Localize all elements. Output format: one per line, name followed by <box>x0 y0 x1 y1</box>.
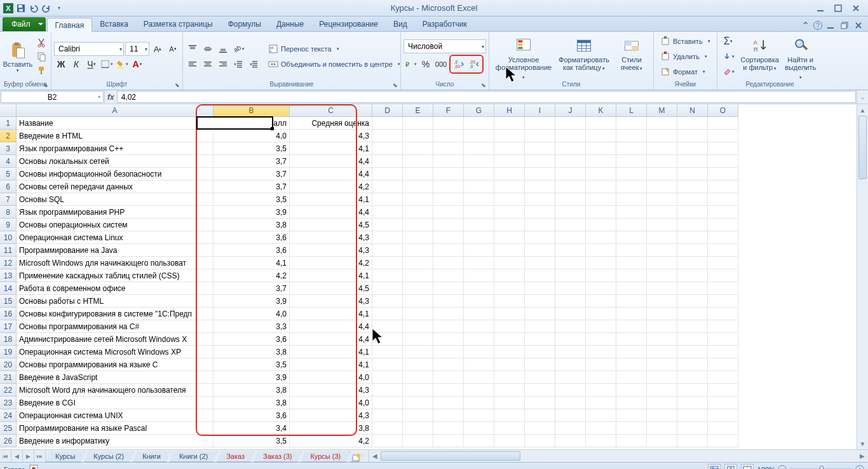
cell[interactable] <box>525 206 555 219</box>
cell[interactable] <box>555 155 586 168</box>
cell[interactable]: 4,3 <box>290 231 372 244</box>
cell[interactable] <box>677 180 708 193</box>
cell[interactable] <box>464 219 494 231</box>
sort-filter-button[interactable]: АЯСортировка и фильтр <box>739 36 781 78</box>
cell[interactable]: 3,7 <box>214 168 290 180</box>
font-name-combo[interactable]: Calibri▾ <box>54 42 124 56</box>
cell[interactable] <box>616 155 647 168</box>
cell[interactable]: 4,1 <box>290 142 372 155</box>
cell[interactable] <box>494 397 525 409</box>
cell[interactable] <box>494 371 525 384</box>
cell[interactable] <box>372 409 403 422</box>
row-header[interactable]: 19 <box>0 346 17 358</box>
cell[interactable] <box>708 346 738 358</box>
decrease-decimal-button[interactable]: ,00,0 <box>467 57 481 71</box>
cell[interactable]: 3,8 <box>214 219 290 231</box>
cell[interactable] <box>525 320 555 333</box>
clear-button[interactable]: ▾ <box>720 65 736 79</box>
cell[interactable] <box>525 155 555 168</box>
cell[interactable] <box>464 422 494 435</box>
column-header[interactable]: G <box>464 104 494 117</box>
cell[interactable] <box>555 397 586 409</box>
paste-button[interactable]: Вставить ▾ <box>3 36 33 78</box>
cell[interactable] <box>708 130 738 142</box>
cell[interactable] <box>647 117 677 130</box>
cell[interactable] <box>403 231 433 244</box>
cell[interactable]: Язык программирования PHP <box>17 206 214 219</box>
cell[interactable] <box>464 193 494 206</box>
cell[interactable] <box>372 117 403 130</box>
cell[interactable] <box>494 257 525 269</box>
cell[interactable] <box>647 409 677 422</box>
cell[interactable]: 3,6 <box>214 244 290 257</box>
cell[interactable]: Основы информационной безопасности <box>17 168 214 180</box>
cell[interactable] <box>647 384 677 397</box>
cell[interactable] <box>525 358 555 371</box>
cell[interactable] <box>494 142 525 155</box>
cell[interactable]: Название <box>17 117 214 130</box>
cell[interactable] <box>403 320 433 333</box>
cell[interactable]: Средний балл <box>214 117 290 130</box>
cell[interactable]: Введение в CGI <box>17 397 214 409</box>
cell[interactable]: 4,1 <box>290 308 372 320</box>
undo-icon[interactable] <box>28 3 39 14</box>
cell[interactable] <box>494 409 525 422</box>
cell[interactable]: Основы конфигурирования в системе "1С:Пр… <box>17 308 214 320</box>
cell[interactable] <box>616 358 647 371</box>
cell[interactable]: Операционная система UNIX <box>17 409 214 422</box>
cell[interactable] <box>433 346 464 358</box>
cell[interactable] <box>464 358 494 371</box>
cell[interactable]: 3,9 <box>214 295 290 308</box>
help-icon[interactable]: ? <box>813 21 822 30</box>
cell[interactable]: 4,1 <box>290 358 372 371</box>
cell[interactable] <box>616 269 647 282</box>
vscroll-thumb[interactable] <box>858 116 867 179</box>
cell[interactable]: 3,7 <box>214 180 290 193</box>
cell[interactable] <box>403 117 433 130</box>
orientation-button[interactable]: ab <box>231 42 245 56</box>
cell[interactable]: 4,1 <box>290 193 372 206</box>
row-header[interactable]: 24 <box>0 409 17 422</box>
cell[interactable] <box>677 346 708 358</box>
cell[interactable]: Основы программирования на C# <box>17 320 214 333</box>
cell[interactable] <box>677 244 708 257</box>
cell[interactable]: 4,3 <box>290 244 372 257</box>
cell[interactable] <box>586 295 616 308</box>
cell[interactable] <box>403 358 433 371</box>
cell[interactable] <box>403 346 433 358</box>
row-header[interactable]: 12 <box>0 257 17 269</box>
column-header[interactable]: A <box>17 104 214 117</box>
cell[interactable] <box>525 244 555 257</box>
cell[interactable] <box>525 231 555 244</box>
cell[interactable]: 3,3 <box>214 320 290 333</box>
cell[interactable] <box>708 358 738 371</box>
cell[interactable] <box>372 219 403 231</box>
sheet-tab[interactable]: Книги <box>133 451 170 462</box>
cell[interactable]: 4,1 <box>290 346 372 358</box>
cell[interactable] <box>708 409 738 422</box>
horizontal-scrollbar[interactable]: ◀ ▶ <box>369 450 868 462</box>
cell[interactable] <box>525 193 555 206</box>
cell[interactable] <box>403 206 433 219</box>
cell[interactable] <box>403 269 433 282</box>
cell[interactable] <box>586 422 616 435</box>
column-header[interactable]: M <box>647 104 677 117</box>
cell[interactable] <box>403 422 433 435</box>
cell[interactable] <box>555 219 586 231</box>
cell[interactable] <box>616 282 647 295</box>
cell[interactable]: 4,0 <box>290 397 372 409</box>
cell[interactable]: Основы работы с HTML <box>17 295 214 308</box>
cell[interactable] <box>403 282 433 295</box>
cell[interactable] <box>494 180 525 193</box>
cell[interactable] <box>586 409 616 422</box>
cell[interactable] <box>708 155 738 168</box>
cell[interactable] <box>647 282 677 295</box>
row-header[interactable]: 11 <box>0 244 17 257</box>
cell[interactable] <box>464 168 494 180</box>
cell[interactable] <box>677 257 708 269</box>
cell[interactable] <box>494 130 525 142</box>
cell[interactable] <box>555 206 586 219</box>
cell[interactable] <box>555 409 586 422</box>
cell[interactable] <box>647 269 677 282</box>
cell[interactable] <box>464 231 494 244</box>
